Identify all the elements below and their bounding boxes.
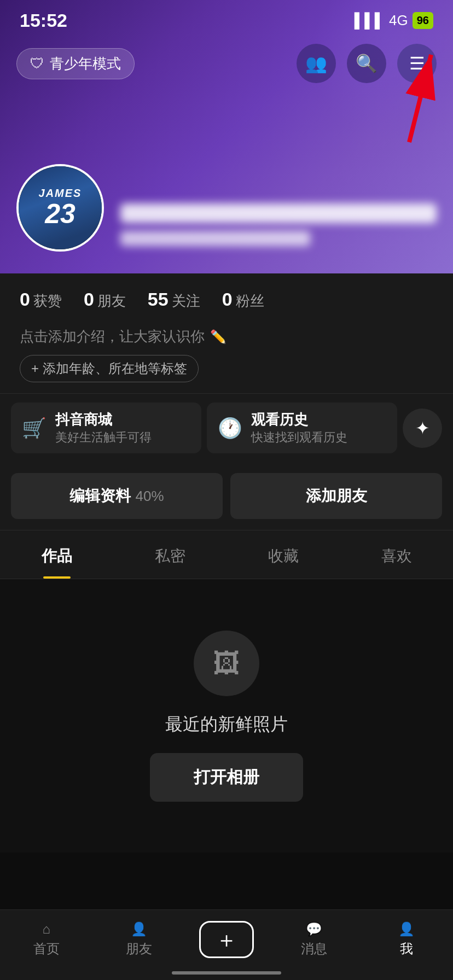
tab-private[interactable]: 私密 xyxy=(113,530,226,579)
menu-icon-button[interactable]: ☰ xyxy=(397,44,437,83)
nav-home-label: 首页 xyxy=(33,940,60,958)
add-tag-button[interactable]: + 添加年龄、所在地等标签 xyxy=(20,355,199,382)
jersey-name: JAMES xyxy=(39,187,82,199)
content-area: 🖼 最近的新鲜照片 打开相册 xyxy=(0,579,453,853)
history-subtitle: 快速找到观看历史 xyxy=(251,429,347,446)
avatar-image: JAMES 23 xyxy=(19,166,102,249)
friends-nav-icon: 👤 xyxy=(131,921,147,937)
edit-profile-label: 编辑资料 xyxy=(69,486,131,506)
stat-likes-label: 获赞 xyxy=(33,291,62,311)
profile-section: JAMES 23 xyxy=(16,164,437,252)
home-indicator xyxy=(172,971,281,975)
stat-followers-label: 粉丝 xyxy=(236,291,264,311)
status-bar: 15:52 ▌▌▌ 4G 96 xyxy=(0,0,453,37)
add-tag-label: + 添加年龄、所在地等标签 xyxy=(31,360,187,377)
douyin-mall-link[interactable]: 🛒 抖音商城 美好生活触手可得 xyxy=(11,402,201,453)
stat-friends: 0 朋友 xyxy=(84,289,126,311)
tab-private-label: 私密 xyxy=(155,547,185,564)
me-icon: 👤 xyxy=(398,921,415,937)
bio-section: 点击添加介绍，让大家认识你 ✏️ + 添加年龄、所在地等标签 xyxy=(0,322,453,393)
network-type: 4G xyxy=(389,12,408,29)
tab-works[interactable]: 作品 xyxy=(0,530,113,579)
nav-home[interactable]: ⌂ 首页 xyxy=(14,921,79,958)
nav-messages-label: 消息 xyxy=(301,940,327,958)
add-friend-button[interactable]: 添加朋友 xyxy=(230,473,442,519)
search-icon: 🔍 xyxy=(356,53,378,74)
stats-section: 0 获赞 0 朋友 55 关注 0 粉丝 xyxy=(0,273,453,322)
open-album-button[interactable]: 打开相册 xyxy=(150,753,303,802)
signal-icon: ▌▌▌ xyxy=(355,12,385,29)
plus-icon: ＋ xyxy=(216,925,237,955)
mall-text: 抖音商城 美好生活触手可得 xyxy=(55,410,152,446)
stat-followers-number: 0 xyxy=(222,289,233,310)
jersey-number: 23 xyxy=(39,199,82,229)
mall-subtitle: 美好生活触手可得 xyxy=(55,429,152,446)
bio-placeholder[interactable]: 点击添加介绍，让大家认识你 ✏️ xyxy=(20,327,433,346)
tab-likes-label: 喜欢 xyxy=(381,547,412,564)
tab-likes[interactable]: 喜欢 xyxy=(340,530,453,579)
jersey-display: JAMES 23 xyxy=(39,187,82,229)
cart-icon: 🛒 xyxy=(22,417,47,440)
quick-links-section: 🛒 抖音商城 美好生活触手可得 🕐 观看历史 快速找到观看历史 ✦ xyxy=(0,393,453,462)
bottom-nav: ⌂ 首页 👤 朋友 ＋ 💬 消息 👤 我 xyxy=(0,909,453,980)
friends-icon: 👥 xyxy=(305,53,327,74)
empty-state-icon: 🖼 xyxy=(194,631,259,696)
search-icon-button[interactable]: 🔍 xyxy=(347,44,386,83)
avatar[interactable]: JAMES 23 xyxy=(16,164,104,252)
edit-icon: ✏️ xyxy=(210,329,226,345)
stat-following-number: 55 xyxy=(148,289,169,310)
stat-likes: 0 获赞 xyxy=(20,289,62,311)
battery-indicator: 96 xyxy=(413,12,433,29)
stat-followers: 0 粉丝 xyxy=(222,289,264,311)
stat-friends-label: 朋友 xyxy=(97,291,126,311)
nav-me-label: 我 xyxy=(400,940,413,958)
youth-mode-label: 青少年模式 xyxy=(50,54,121,73)
history-title: 观看历史 xyxy=(251,410,347,429)
stat-following: 55 关注 xyxy=(148,289,200,311)
stat-likes-number: 0 xyxy=(20,289,30,310)
youth-mode-button[interactable]: 🛡 青少年模式 xyxy=(16,48,135,79)
message-icon: 💬 xyxy=(306,921,322,937)
image-icon: 🖼 xyxy=(213,648,240,679)
status-time: 15:52 xyxy=(20,10,67,31)
action-buttons-section: 编辑资料 40% 添加朋友 xyxy=(0,462,453,530)
username-blurred-line xyxy=(120,203,437,223)
more-quick-links-button[interactable]: ✦ xyxy=(403,409,442,448)
tab-works-label: 作品 xyxy=(42,547,72,564)
nav-icon-group: 👥 🔍 ☰ xyxy=(297,44,437,83)
nav-friends[interactable]: 👤 朋友 xyxy=(106,921,172,958)
mall-title: 抖音商城 xyxy=(55,410,152,429)
friends-icon-button[interactable]: 👥 xyxy=(297,44,336,83)
home-icon: ⌂ xyxy=(43,921,51,937)
stat-friends-number: 0 xyxy=(84,289,94,310)
star-icon: ✦ xyxy=(415,418,430,439)
edit-profile-percent: 40% xyxy=(135,488,164,505)
empty-state-title: 最近的新鲜照片 xyxy=(165,713,288,737)
nav-me[interactable]: 👤 我 xyxy=(374,921,439,958)
tab-favorites[interactable]: 收藏 xyxy=(226,530,340,579)
history-text: 观看历史 快速找到观看历史 xyxy=(251,410,347,446)
nav-friends-label: 朋友 xyxy=(126,940,152,958)
shield-icon: 🛡 xyxy=(30,55,44,72)
username-blurred-sub xyxy=(120,231,310,246)
stat-following-label: 关注 xyxy=(172,291,200,311)
clock-icon: 🕐 xyxy=(218,417,242,440)
menu-icon: ☰ xyxy=(409,53,425,74)
nav-messages[interactable]: 💬 消息 xyxy=(281,921,347,958)
watch-history-link[interactable]: 🕐 观看历史 快速找到观看历史 xyxy=(207,402,397,453)
edit-profile-button[interactable]: 编辑资料 40% xyxy=(11,473,223,519)
bio-placeholder-text: 点击添加介绍，让大家认识你 xyxy=(20,327,205,346)
hero-background: 🛡 青少年模式 👥 🔍 ☰ xyxy=(0,0,453,273)
nav-create-button[interactable]: ＋ xyxy=(199,921,254,958)
tabs-bar: 作品 私密 收藏 喜欢 xyxy=(0,530,453,579)
username-area xyxy=(120,203,437,252)
add-friend-label: 添加朋友 xyxy=(306,486,367,506)
status-icons: ▌▌▌ 4G 96 xyxy=(355,12,433,29)
tab-favorites-label: 收藏 xyxy=(268,547,299,564)
